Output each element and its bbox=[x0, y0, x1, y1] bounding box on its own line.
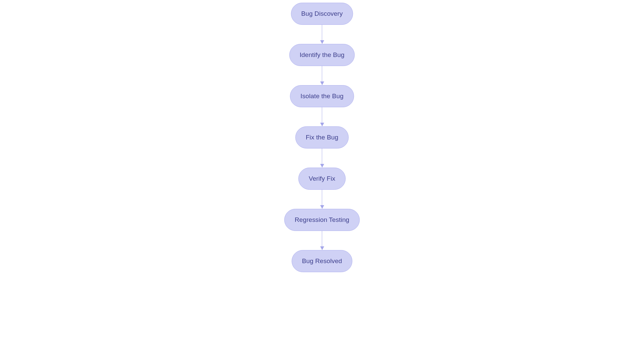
node-label: Bug Resolved bbox=[302, 257, 342, 265]
node-bug-resolved: Bug Resolved bbox=[291, 250, 353, 272]
node-identify-the-bug: Identify the Bug bbox=[289, 44, 355, 66]
node-verify-fix: Verify Fix bbox=[298, 168, 345, 190]
node-label: Regression Testing bbox=[294, 216, 349, 224]
node-bug-discovery: Bug Discovery bbox=[291, 3, 353, 25]
arrow bbox=[322, 148, 322, 168]
node-regression-testing: Regression Testing bbox=[284, 209, 360, 231]
node-label: Verify Fix bbox=[309, 175, 335, 182]
arrow bbox=[322, 231, 322, 250]
node-label: Bug Discovery bbox=[301, 10, 343, 17]
node-label: Identify the Bug bbox=[300, 51, 344, 59]
arrow bbox=[322, 190, 322, 209]
flowchart: Bug Discovery Identify the Bug Isolate t… bbox=[284, 3, 360, 272]
arrow bbox=[322, 107, 322, 126]
node-isolate-the-bug: Isolate the Bug bbox=[290, 85, 354, 107]
node-label: Fix the Bug bbox=[306, 134, 338, 141]
node-fix-the-bug: Fix the Bug bbox=[295, 126, 348, 148]
arrow bbox=[322, 66, 322, 85]
node-label: Isolate the Bug bbox=[301, 93, 343, 100]
arrow bbox=[322, 25, 322, 44]
